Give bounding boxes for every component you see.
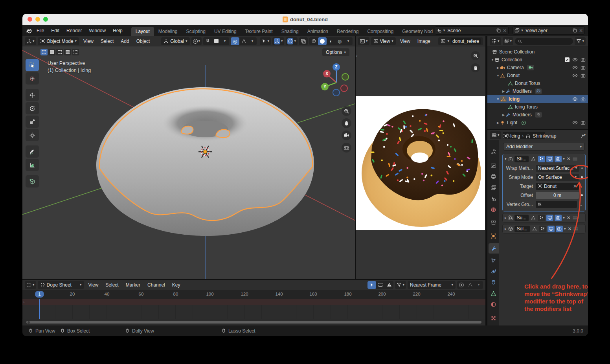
scene-name[interactable]: Scene [446, 28, 494, 33]
falloff-chevron[interactable]: ▾ [248, 37, 257, 45]
pin-icon[interactable] [579, 132, 586, 140]
tab-rendering[interactable]: Rendering [333, 27, 363, 36]
shading-solid-button[interactable] [318, 37, 327, 45]
viewport-menu-select[interactable]: Select [98, 37, 116, 45]
current-frame-badge[interactable]: 1 [35, 291, 44, 298]
light-data-badge[interactable] [520, 120, 527, 125]
image-editor-mode-dropdown[interactable]: View ▾ [371, 37, 396, 45]
disable-render-icon[interactable] [581, 57, 586, 63]
outliner-row-scene-collection[interactable]: Scene Collection [487, 48, 588, 56]
dope-menu-select[interactable]: Select [103, 281, 121, 289]
viewlayer-selector[interactable]: ▾ ViewLayer ✕ [513, 26, 585, 35]
tab-material[interactable] [487, 299, 499, 309]
viewport-menu-view[interactable]: View [81, 37, 96, 45]
edit-mode-toggle[interactable] [539, 226, 546, 232]
dope-filter-dropdown[interactable]: ▾ [395, 281, 406, 289]
viewport-pan-button[interactable] [342, 118, 351, 128]
animate-dot[interactable] [581, 167, 583, 169]
transform-orientation-dropdown[interactable]: Global ▾ [161, 37, 189, 45]
pivot-point-dropdown[interactable]: ▾ [191, 37, 202, 45]
shading-rendered-button[interactable]: ◍ [335, 37, 344, 45]
edit-mode-toggle[interactable] [538, 156, 545, 162]
modifier-extras-dropdown[interactable]: ▾ [563, 216, 565, 220]
breadcrumb-object[interactable]: Icing [510, 133, 520, 139]
tool-add-cube[interactable] [26, 175, 39, 188]
dope-menu-key[interactable]: Key [169, 281, 183, 289]
proportional-falloff-dropdown[interactable] [239, 37, 248, 45]
hide-eye-icon[interactable] [572, 65, 578, 70]
dope-horizontal-scrollbar[interactable] [26, 321, 481, 324]
collection-checkbox[interactable] [565, 57, 570, 62]
gizmo-x-neg-axis[interactable] [340, 85, 348, 92]
viewport-3d[interactable]: ▾ Object Mode ▾ View Select Add Object G… [22, 36, 355, 279]
shading-chevron[interactable]: ▾ [344, 37, 353, 45]
tab-sculpting[interactable]: Sculpting [182, 27, 210, 36]
realtime-toggle[interactable] [548, 226, 555, 232]
falloff-chevron[interactable]: ▾ [474, 281, 483, 289]
gizmo-y-neg-axis[interactable] [342, 73, 349, 81]
falloff-dropdown[interactable] [466, 281, 474, 289]
modifier-name-field[interactable]: Sol... [514, 226, 530, 232]
viewport-options-button[interactable]: Options ▾ [322, 48, 349, 56]
snap-mode-dropdown[interactable]: On Surface▾ [536, 174, 579, 181]
outliner-search-input[interactable] [515, 38, 573, 45]
dope-mode-dropdown[interactable]: Dope Sheet ▾ [38, 281, 84, 289]
menu-edit[interactable]: Edit [48, 26, 62, 35]
unlink-scene-icon[interactable]: ✕ [503, 28, 507, 33]
animate-dot[interactable] [581, 176, 583, 178]
new-viewlayer-icon[interactable] [572, 28, 577, 33]
hide-eye-icon[interactable] [572, 73, 578, 78]
tab-physics[interactable] [487, 266, 499, 276]
tool-select-box[interactable] [26, 59, 39, 71]
snap-chevron[interactable]: ▾ [220, 37, 229, 45]
render-toggle[interactable] [555, 156, 562, 162]
gizmos-dropdown[interactable]: ▾ [272, 37, 285, 45]
maximize-window-button[interactable] [43, 17, 48, 22]
gizmo-x-axis[interactable]: X [323, 70, 331, 77]
tool-annotate[interactable] [26, 145, 39, 158]
outliner-row-icing[interactable]: ▼ Icing [487, 95, 588, 103]
modifier-extras-dropdown[interactable]: ▾ [563, 157, 565, 161]
scene-selector[interactable]: ▾ Scene ✕ [435, 26, 509, 35]
subsurf-modifier-badge[interactable] [535, 88, 542, 94]
select-mode-subtract[interactable] [56, 49, 63, 55]
disable-render-icon[interactable] [581, 65, 586, 70]
vertex-group-field[interactable] [536, 201, 577, 208]
overlays-dropdown[interactable]: ▾ [286, 37, 298, 45]
mode-dropdown[interactable]: Object Mode ▾ [38, 37, 79, 45]
viewport-menu-object[interactable]: Object [134, 37, 153, 45]
outliner-row-donut[interactable]: ▼ Donut [487, 72, 588, 79]
tab-scene[interactable] [487, 193, 499, 204]
dope-menu-marker[interactable]: Marker [123, 281, 143, 289]
blender-logo-icon[interactable] [26, 27, 33, 34]
panel-expand-icon[interactable]: ▸ [505, 227, 507, 231]
tab-output[interactable] [487, 171, 499, 182]
shrinkwrap-modifier-badge[interactable] [535, 112, 542, 118]
timeline-ruler[interactable]: 1 20 40 60 80 100 120 140 160 180 200 22… [22, 290, 485, 299]
expander-icon[interactable]: ▶ [496, 66, 500, 70]
dope-menu-channel[interactable]: Channel [145, 281, 168, 289]
gizmo-toggle[interactable] [274, 38, 280, 44]
delete-modifier-button[interactable]: ✕ [567, 156, 571, 162]
proportional-editing-toggle[interactable]: ◎ [231, 37, 239, 45]
viewport-menu-add[interactable]: Add [118, 37, 132, 45]
outliner-row-donut-torus[interactable]: Donut Torus [487, 79, 588, 87]
realtime-toggle[interactable] [546, 156, 553, 162]
viewport-zoom-button[interactable] [342, 106, 351, 116]
tab-texture[interactable] [487, 313, 499, 323]
realtime-toggle[interactable] [546, 215, 553, 221]
render-toggle[interactable] [556, 226, 563, 232]
delete-modifier-button[interactable]: ✕ [568, 226, 571, 232]
proportional-toggle[interactable] [457, 281, 466, 289]
object-visibility-dropdown[interactable]: ▾ [260, 37, 271, 45]
tool-move[interactable] [26, 89, 39, 101]
image-menu-view[interactable]: View [397, 37, 413, 45]
close-window-button[interactable] [28, 17, 32, 22]
region-expand-icon[interactable]: › [23, 300, 24, 304]
disable-render-icon[interactable] [581, 97, 586, 102]
modifier-drag-handle[interactable] [573, 228, 578, 230]
tab-compositing[interactable]: Compositing [363, 27, 398, 36]
tab-world[interactable] [487, 204, 499, 215]
shading-material-button[interactable]: ◐ [327, 37, 335, 45]
image-editor[interactable]: ▾ View ▾ View Image ▾ donut_refere [356, 36, 485, 279]
